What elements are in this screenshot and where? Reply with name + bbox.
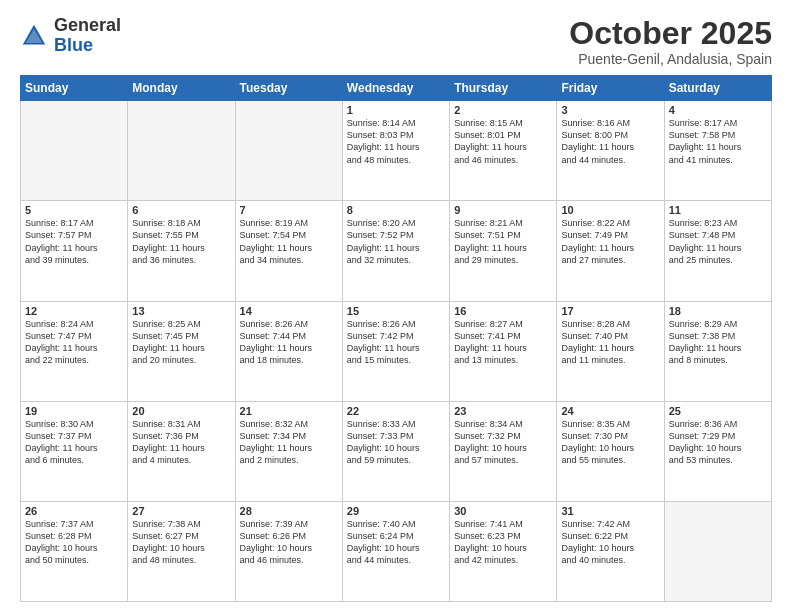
day-number: 27 <box>132 505 230 517</box>
day-info: Sunrise: 8:29 AM Sunset: 7:38 PM Dayligh… <box>669 318 767 367</box>
day-number: 9 <box>454 204 552 216</box>
calendar-cell: 15Sunrise: 8:26 AM Sunset: 7:42 PM Dayli… <box>342 301 449 401</box>
calendar-cell: 28Sunrise: 7:39 AM Sunset: 6:26 PM Dayli… <box>235 501 342 601</box>
calendar-cell: 4Sunrise: 8:17 AM Sunset: 7:58 PM Daylig… <box>664 101 771 201</box>
day-info: Sunrise: 7:37 AM Sunset: 6:28 PM Dayligh… <box>25 518 123 567</box>
calendar-cell: 10Sunrise: 8:22 AM Sunset: 7:49 PM Dayli… <box>557 201 664 301</box>
day-number: 28 <box>240 505 338 517</box>
calendar-cell: 27Sunrise: 7:38 AM Sunset: 6:27 PM Dayli… <box>128 501 235 601</box>
header-saturday: Saturday <box>664 76 771 101</box>
calendar-cell <box>128 101 235 201</box>
calendar-cell: 2Sunrise: 8:15 AM Sunset: 8:01 PM Daylig… <box>450 101 557 201</box>
calendar-cell: 19Sunrise: 8:30 AM Sunset: 7:37 PM Dayli… <box>21 401 128 501</box>
day-number: 2 <box>454 104 552 116</box>
calendar-cell: 3Sunrise: 8:16 AM Sunset: 8:00 PM Daylig… <box>557 101 664 201</box>
day-info: Sunrise: 7:42 AM Sunset: 6:22 PM Dayligh… <box>561 518 659 567</box>
day-number: 29 <box>347 505 445 517</box>
day-info: Sunrise: 8:18 AM Sunset: 7:55 PM Dayligh… <box>132 217 230 266</box>
day-info: Sunrise: 8:31 AM Sunset: 7:36 PM Dayligh… <box>132 418 230 467</box>
day-info: Sunrise: 8:17 AM Sunset: 7:57 PM Dayligh… <box>25 217 123 266</box>
day-info: Sunrise: 8:33 AM Sunset: 7:33 PM Dayligh… <box>347 418 445 467</box>
calendar-cell <box>664 501 771 601</box>
calendar-cell: 29Sunrise: 7:40 AM Sunset: 6:24 PM Dayli… <box>342 501 449 601</box>
day-info: Sunrise: 8:32 AM Sunset: 7:34 PM Dayligh… <box>240 418 338 467</box>
weekday-header-row: Sunday Monday Tuesday Wednesday Thursday… <box>21 76 772 101</box>
day-number: 21 <box>240 405 338 417</box>
day-info: Sunrise: 8:28 AM Sunset: 7:40 PM Dayligh… <box>561 318 659 367</box>
day-info: Sunrise: 8:15 AM Sunset: 8:01 PM Dayligh… <box>454 117 552 166</box>
calendar-cell: 16Sunrise: 8:27 AM Sunset: 7:41 PM Dayli… <box>450 301 557 401</box>
calendar-cell: 12Sunrise: 8:24 AM Sunset: 7:47 PM Dayli… <box>21 301 128 401</box>
calendar-cell: 18Sunrise: 8:29 AM Sunset: 7:38 PM Dayli… <box>664 301 771 401</box>
header-monday: Monday <box>128 76 235 101</box>
week-row-3: 12Sunrise: 8:24 AM Sunset: 7:47 PM Dayli… <box>21 301 772 401</box>
day-number: 26 <box>25 505 123 517</box>
header-friday: Friday <box>557 76 664 101</box>
calendar-cell: 11Sunrise: 8:23 AM Sunset: 7:48 PM Dayli… <box>664 201 771 301</box>
week-row-4: 19Sunrise: 8:30 AM Sunset: 7:37 PM Dayli… <box>21 401 772 501</box>
calendar-cell: 26Sunrise: 7:37 AM Sunset: 6:28 PM Dayli… <box>21 501 128 601</box>
header-thursday: Thursday <box>450 76 557 101</box>
calendar-cell: 25Sunrise: 8:36 AM Sunset: 7:29 PM Dayli… <box>664 401 771 501</box>
day-info: Sunrise: 8:34 AM Sunset: 7:32 PM Dayligh… <box>454 418 552 467</box>
header-tuesday: Tuesday <box>235 76 342 101</box>
calendar-cell <box>235 101 342 201</box>
day-info: Sunrise: 8:26 AM Sunset: 7:42 PM Dayligh… <box>347 318 445 367</box>
day-info: Sunrise: 8:35 AM Sunset: 7:30 PM Dayligh… <box>561 418 659 467</box>
logo-text: General Blue <box>54 16 121 56</box>
calendar-cell: 1Sunrise: 8:14 AM Sunset: 8:03 PM Daylig… <box>342 101 449 201</box>
day-info: Sunrise: 8:16 AM Sunset: 8:00 PM Dayligh… <box>561 117 659 166</box>
day-number: 4 <box>669 104 767 116</box>
calendar-cell: 5Sunrise: 8:17 AM Sunset: 7:57 PM Daylig… <box>21 201 128 301</box>
week-row-5: 26Sunrise: 7:37 AM Sunset: 6:28 PM Dayli… <box>21 501 772 601</box>
day-number: 3 <box>561 104 659 116</box>
day-number: 15 <box>347 305 445 317</box>
day-info: Sunrise: 7:41 AM Sunset: 6:23 PM Dayligh… <box>454 518 552 567</box>
calendar-cell: 22Sunrise: 8:33 AM Sunset: 7:33 PM Dayli… <box>342 401 449 501</box>
day-number: 17 <box>561 305 659 317</box>
logo-icon <box>20 22 48 50</box>
day-info: Sunrise: 8:30 AM Sunset: 7:37 PM Dayligh… <box>25 418 123 467</box>
calendar-cell: 21Sunrise: 8:32 AM Sunset: 7:34 PM Dayli… <box>235 401 342 501</box>
day-number: 30 <box>454 505 552 517</box>
day-info: Sunrise: 8:19 AM Sunset: 7:54 PM Dayligh… <box>240 217 338 266</box>
day-number: 24 <box>561 405 659 417</box>
day-number: 19 <box>25 405 123 417</box>
day-info: Sunrise: 8:26 AM Sunset: 7:44 PM Dayligh… <box>240 318 338 367</box>
calendar-cell: 7Sunrise: 8:19 AM Sunset: 7:54 PM Daylig… <box>235 201 342 301</box>
day-info: Sunrise: 8:23 AM Sunset: 7:48 PM Dayligh… <box>669 217 767 266</box>
day-info: Sunrise: 8:24 AM Sunset: 7:47 PM Dayligh… <box>25 318 123 367</box>
day-number: 25 <box>669 405 767 417</box>
calendar-cell: 23Sunrise: 8:34 AM Sunset: 7:32 PM Dayli… <box>450 401 557 501</box>
day-number: 7 <box>240 204 338 216</box>
calendar-table: Sunday Monday Tuesday Wednesday Thursday… <box>20 75 772 602</box>
header-wednesday: Wednesday <box>342 76 449 101</box>
day-number: 16 <box>454 305 552 317</box>
day-number: 6 <box>132 204 230 216</box>
calendar-cell: 6Sunrise: 8:18 AM Sunset: 7:55 PM Daylig… <box>128 201 235 301</box>
day-info: Sunrise: 8:20 AM Sunset: 7:52 PM Dayligh… <box>347 217 445 266</box>
calendar-cell: 24Sunrise: 8:35 AM Sunset: 7:30 PM Dayli… <box>557 401 664 501</box>
week-row-1: 1Sunrise: 8:14 AM Sunset: 8:03 PM Daylig… <box>21 101 772 201</box>
calendar-cell: 8Sunrise: 8:20 AM Sunset: 7:52 PM Daylig… <box>342 201 449 301</box>
calendar-cell: 31Sunrise: 7:42 AM Sunset: 6:22 PM Dayli… <box>557 501 664 601</box>
day-number: 5 <box>25 204 123 216</box>
day-number: 31 <box>561 505 659 517</box>
day-info: Sunrise: 8:36 AM Sunset: 7:29 PM Dayligh… <box>669 418 767 467</box>
day-number: 12 <box>25 305 123 317</box>
location: Puente-Genil, Andalusia, Spain <box>569 51 772 67</box>
title-block: October 2025 Puente-Genil, Andalusia, Sp… <box>569 16 772 67</box>
day-number: 23 <box>454 405 552 417</box>
day-number: 22 <box>347 405 445 417</box>
calendar-cell <box>21 101 128 201</box>
calendar-cell: 30Sunrise: 7:41 AM Sunset: 6:23 PM Dayli… <box>450 501 557 601</box>
calendar-cell: 13Sunrise: 8:25 AM Sunset: 7:45 PM Dayli… <box>128 301 235 401</box>
day-info: Sunrise: 7:38 AM Sunset: 6:27 PM Dayligh… <box>132 518 230 567</box>
header: General Blue October 2025 Puente-Genil, … <box>20 16 772 67</box>
day-info: Sunrise: 7:40 AM Sunset: 6:24 PM Dayligh… <box>347 518 445 567</box>
calendar-cell: 20Sunrise: 8:31 AM Sunset: 7:36 PM Dayli… <box>128 401 235 501</box>
calendar-cell: 14Sunrise: 8:26 AM Sunset: 7:44 PM Dayli… <box>235 301 342 401</box>
day-info: Sunrise: 8:25 AM Sunset: 7:45 PM Dayligh… <box>132 318 230 367</box>
day-info: Sunrise: 8:17 AM Sunset: 7:58 PM Dayligh… <box>669 117 767 166</box>
day-number: 14 <box>240 305 338 317</box>
